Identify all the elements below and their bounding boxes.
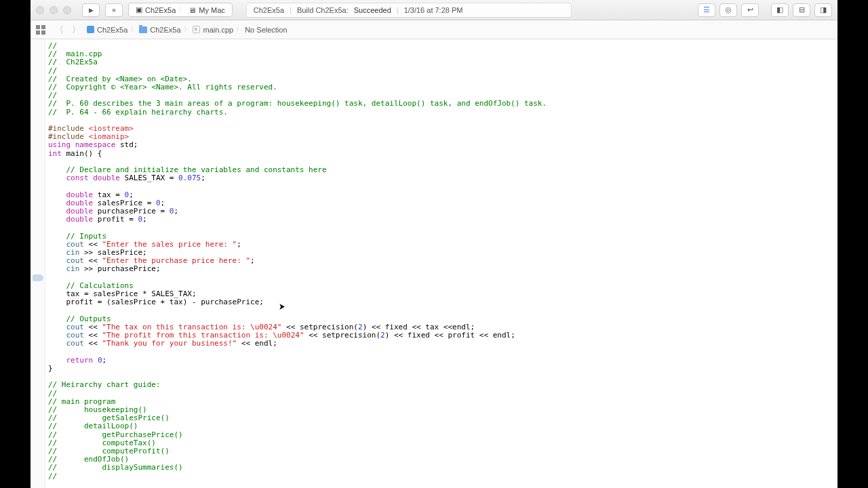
related-items-icon[interactable]: [36, 25, 45, 35]
source-editor[interactable]: // // main.cpp // Ch2Ex5a // // Created …: [45, 39, 837, 488]
activity-status: Ch2Ex5a | Build Ch2Ex5a: Succeeded | 1/3…: [246, 3, 572, 18]
device-icon: 🖥: [189, 6, 196, 14]
scheme-device: My Mac: [199, 6, 225, 14]
status-project: Ch2Ex5a: [254, 6, 284, 14]
nav-back-button[interactable]: 〈: [52, 24, 66, 36]
breadcrumb-selection[interactable]: No Selection: [245, 26, 287, 34]
scheme-selector[interactable]: ▣ Ch2Ex5a 〉 🖥 My Mac: [128, 3, 233, 17]
minimize-icon[interactable]: [50, 6, 58, 14]
stop-button[interactable]: [105, 3, 123, 17]
status-timestamp: 1/3/16 at 7:28 PM: [404, 6, 463, 14]
breadcrumb-project[interactable]: Ch2Ex5a 〉: [86, 25, 136, 34]
toolbar: ▣ Ch2Ex5a 〉 🖥 My Mac Ch2Ex5a | Build Ch2…: [31, 0, 837, 20]
toggle-utilities-button[interactable]: ◨: [814, 3, 832, 17]
standard-editor-button[interactable]: ☰: [698, 3, 715, 17]
status-result: Succeeded: [354, 6, 391, 14]
assistant-editor-button[interactable]: ◎: [719, 3, 737, 17]
target-icon: ▣: [136, 5, 142, 14]
close-icon[interactable]: [36, 6, 44, 14]
jump-bar: 〈 〉 Ch2Ex5a 〉 Ch2Ex5a 〉 main.cpp 〉 No Se…: [31, 20, 837, 39]
toggle-debug-button[interactable]: ⊟: [793, 3, 810, 17]
gutter-marker-icon[interactable]: [33, 274, 43, 281]
project-icon: [87, 26, 94, 33]
folder-icon: [139, 26, 147, 33]
cpp-file-icon: [193, 26, 200, 33]
breadcrumb-file[interactable]: main.cpp 〉: [193, 25, 243, 34]
mouse-cursor-icon: ➤: [279, 301, 285, 312]
xcode-window: ▣ Ch2Ex5a 〉 🖥 My Mac Ch2Ex5a | Build Ch2…: [31, 0, 837, 488]
window-controls: [36, 6, 71, 14]
fullscreen-icon[interactable]: [63, 6, 71, 14]
version-editor-button[interactable]: ↩: [741, 3, 759, 17]
editor-area: // // main.cpp // Ch2Ex5a // // Created …: [31, 39, 837, 488]
scheme-target: Ch2Ex5a: [145, 6, 176, 14]
toggle-navigator-button[interactable]: ◧: [771, 3, 789, 17]
status-action: Build Ch2Ex5a:: [297, 6, 349, 14]
gutter[interactable]: [31, 39, 45, 488]
nav-forward-button[interactable]: 〉: [69, 24, 83, 36]
run-button[interactable]: [82, 3, 100, 17]
editor-layout-controls: ☰ ◎ ↩ ◧ ⊟ ◨: [698, 3, 832, 17]
breadcrumb-folder[interactable]: Ch2Ex5a 〉: [139, 25, 189, 34]
